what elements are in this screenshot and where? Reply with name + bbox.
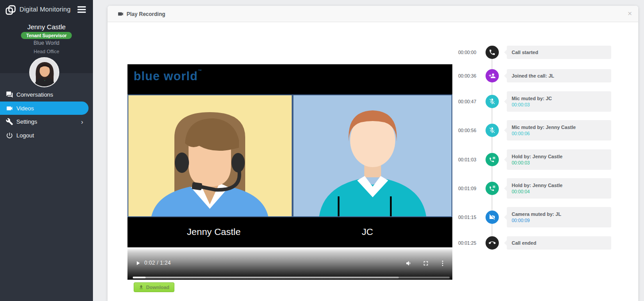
event-label: Call started: [512, 50, 611, 55]
sidebar-item-videos[interactable]: Videos: [0, 102, 89, 115]
download-button[interactable]: Download: [134, 282, 174, 292]
user-name: Jenny Castle: [0, 23, 93, 31]
chevron-right-icon: ›: [81, 117, 83, 125]
sidebar-item-conversations[interactable]: Conversations: [0, 88, 93, 102]
event-time: 00:00:56: [443, 128, 476, 133]
timeline-event: 00:00:56 Mic muted by: Jenny Castle 00:0…: [443, 120, 613, 141]
event-card[interactable]: Call ended: [507, 236, 611, 250]
menu-toggle-icon[interactable]: [77, 6, 86, 13]
event-duration: 00:00:06: [512, 131, 611, 136]
event-label: Camera muted by: JL: [512, 211, 611, 217]
event-card[interactable]: Hold by: Jenny Castle 00:00:03: [507, 149, 611, 170]
participant-name: Jenny Castle: [187, 217, 240, 247]
timeline-event: 00:01:09 Hold by: Jenny Castle 00:00:04: [443, 178, 613, 199]
video-controls: 0:02 / 1:24: [127, 247, 452, 280]
event-time: 00:00:36: [443, 73, 476, 78]
sidebar-item-label: Settings: [16, 118, 37, 125]
event-time: 00:00:47: [443, 99, 476, 104]
mic-off-icon[interactable]: [486, 124, 499, 137]
event-label: Mic muted by: Jenny Castle: [512, 125, 611, 130]
download-label: Download: [146, 285, 170, 290]
event-time: 00:01:25: [443, 240, 476, 246]
modal-header: Play Recording ×: [108, 6, 638, 22]
call-end-icon[interactable]: [486, 236, 499, 250]
person-add-icon[interactable]: [486, 69, 499, 82]
sidebar: Digital Monitoring Jenny Castle Tenant S…: [0, 0, 93, 301]
event-card[interactable]: Call started: [507, 46, 611, 59]
participant-video-jenny: [127, 94, 293, 217]
participant-name: JC: [362, 217, 373, 247]
timeline-event: 00:00:00 Call started: [443, 46, 613, 59]
app-title: Digital Monitoring: [19, 6, 71, 13]
brand-row: Digital Monitoring: [0, 4, 93, 16]
name-bar: Jenny Castle JC: [127, 217, 452, 247]
progress-buffered: [133, 277, 399, 278]
video-player[interactable]: blue world™: [127, 64, 452, 280]
controls-row: 0:02 / 1:24: [127, 259, 452, 268]
sidebar-item-label: Conversations: [16, 91, 53, 98]
phone-icon[interactable]: [486, 46, 499, 59]
event-card[interactable]: Camera muted by: JL 00:00:09: [507, 207, 611, 227]
close-icon[interactable]: ×: [628, 9, 632, 18]
app-window: Digital Monitoring Jenny Castle Tenant S…: [0, 0, 644, 301]
event-time: 00:01:09: [443, 186, 476, 191]
timeline-event: 00:01:15 Camera muted by: JL 00:00:09: [443, 207, 613, 227]
event-duration: 00:00:04: [512, 189, 611, 194]
timeline-event: 00:00:47 Mic muted by: JC 00:00:03: [443, 91, 613, 112]
more-options-icon[interactable]: [439, 260, 446, 267]
sidebar-item-logout[interactable]: Logout: [0, 129, 93, 142]
video-letterbox: blue world™: [127, 64, 452, 94]
event-card[interactable]: Mic muted by: JC 00:00:03: [507, 91, 611, 112]
role-badge: Tenant Supervisor: [21, 32, 72, 39]
progress-bar[interactable]: [133, 277, 450, 278]
app-logo-icon: [5, 4, 16, 18]
participant-video-jc: [293, 94, 452, 217]
event-label: Mic muted by: JC: [512, 96, 611, 101]
event-label: Hold by: Jenny Castle: [512, 154, 611, 159]
hold-icon[interactable]: [486, 182, 499, 195]
event-card[interactable]: Hold by: Jenny Castle 00:00:04: [507, 178, 611, 199]
sidebar-item-label: Videos: [16, 105, 34, 112]
site-name: Head Office: [0, 49, 93, 54]
fullscreen-icon[interactable]: [422, 260, 429, 267]
sidebar-nav: Conversations Videos Settings › Logout: [0, 88, 93, 142]
event-label: Call ended: [512, 240, 611, 246]
avatar: [29, 57, 59, 87]
timeline-event: 00:01:03 Hold by: Jenny Castle 00:00:03: [443, 149, 613, 170]
event-duration: 00:00:03: [512, 102, 611, 107]
download-icon: [139, 285, 144, 290]
modal-title: Play Recording: [117, 6, 165, 22]
sidebar-item-label: Logout: [16, 132, 34, 139]
progress-played: [133, 277, 146, 278]
videocam-icon: [117, 11, 124, 17]
time-display: 0:02 / 1:24: [144, 260, 171, 266]
event-time: 00:00:00: [443, 50, 476, 55]
wrench-icon: [6, 118, 13, 125]
event-label: Hold by: Jenny Castle: [512, 183, 611, 188]
event-label: Joined the call: JL: [512, 73, 611, 78]
event-time: 00:01:15: [443, 215, 476, 220]
participant-tiles: [127, 94, 452, 217]
blue-world-watermark: blue world™: [134, 69, 202, 83]
modal-title-text: Play Recording: [127, 11, 165, 17]
event-duration: 00:00:09: [512, 218, 611, 223]
hold-icon[interactable]: [486, 153, 499, 166]
timeline-event: 00:01:25 Call ended: [443, 236, 613, 250]
videocam-off-icon[interactable]: [486, 211, 499, 224]
power-icon: [6, 132, 13, 139]
videocam-icon: [6, 105, 13, 112]
tenant-name: Blue World: [0, 40, 93, 46]
event-card[interactable]: Mic muted by: Jenny Castle 00:00:06: [507, 120, 611, 141]
play-icon[interactable]: [135, 260, 141, 266]
event-card[interactable]: Joined the call: JL: [507, 69, 611, 82]
controls-right: [405, 260, 446, 267]
timeline-event: 00:00:36 Joined the call: JL: [443, 69, 613, 82]
event-time: 00:01:03: [443, 157, 476, 162]
sidebar-item-settings[interactable]: Settings ›: [0, 115, 93, 129]
volume-icon[interactable]: [405, 260, 413, 267]
chat-icon: [6, 91, 13, 98]
mic-off-icon[interactable]: [486, 95, 499, 108]
event-duration: 00:00:03: [512, 160, 611, 165]
